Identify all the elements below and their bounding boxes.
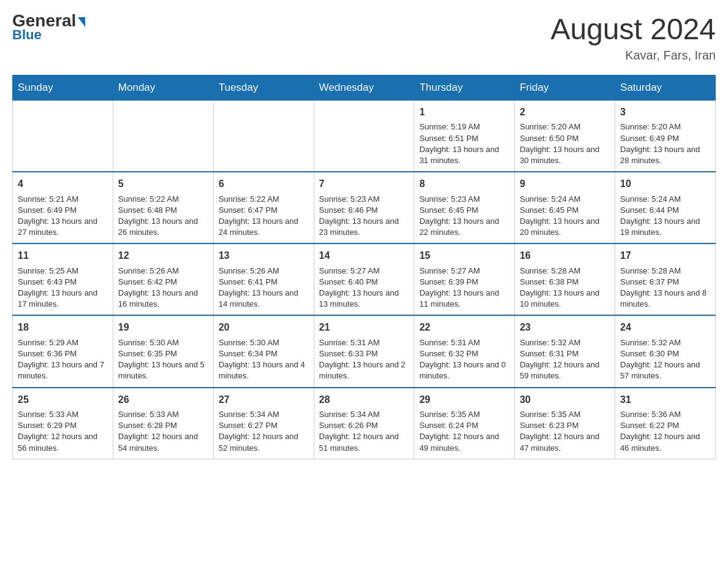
day-number: 28 xyxy=(319,393,409,407)
calendar-empty-cell xyxy=(314,101,414,172)
calendar-day-31: 31Sunrise: 5:36 AM Sunset: 6:22 PM Dayli… xyxy=(615,388,716,459)
day-number: 7 xyxy=(319,177,409,191)
day-number: 12 xyxy=(118,249,208,262)
day-info: Sunrise: 5:25 AM Sunset: 6:43 PM Dayligh… xyxy=(18,266,108,310)
day-info: Sunrise: 5:20 AM Sunset: 6:49 PM Dayligh… xyxy=(620,121,710,166)
calendar-day-12: 12Sunrise: 5:26 AM Sunset: 6:42 PM Dayli… xyxy=(113,243,213,315)
day-info: Sunrise: 5:19 AM Sunset: 6:51 PM Dayligh… xyxy=(419,121,509,166)
day-info: Sunrise: 5:30 AM Sunset: 6:34 PM Dayligh… xyxy=(219,337,309,382)
day-number: 4 xyxy=(18,177,108,191)
day-info: Sunrise: 5:23 AM Sunset: 6:45 PM Dayligh… xyxy=(419,194,509,239)
day-number: 2 xyxy=(520,105,610,119)
day-info: Sunrise: 5:28 AM Sunset: 6:37 PM Dayligh… xyxy=(620,266,710,310)
page-header: General Blue August 2024 Kavar, Fars, Ir… xyxy=(12,12,716,63)
day-info: Sunrise: 5:27 AM Sunset: 6:40 PM Dayligh… xyxy=(319,266,409,310)
weekday-header-thursday: Thursday xyxy=(414,75,515,101)
day-number: 31 xyxy=(620,393,710,407)
day-number: 24 xyxy=(620,321,710,334)
calendar-week-row: 4Sunrise: 5:21 AM Sunset: 6:49 PM Daylig… xyxy=(13,172,716,243)
calendar-day-25: 25Sunrise: 5:33 AM Sunset: 6:29 PM Dayli… xyxy=(13,388,113,459)
day-info: Sunrise: 5:29 AM Sunset: 6:36 PM Dayligh… xyxy=(18,337,108,382)
calendar-day-18: 18Sunrise: 5:29 AM Sunset: 6:36 PM Dayli… xyxy=(13,315,113,387)
day-info: Sunrise: 5:26 AM Sunset: 6:41 PM Dayligh… xyxy=(219,266,309,310)
calendar-empty-cell xyxy=(113,101,213,172)
weekday-header-wednesday: Wednesday xyxy=(314,75,414,101)
calendar-empty-cell xyxy=(213,101,314,172)
day-info: Sunrise: 5:27 AM Sunset: 6:39 PM Dayligh… xyxy=(419,266,509,310)
calendar-day-1: 1Sunrise: 5:19 AM Sunset: 6:51 PM Daylig… xyxy=(414,101,515,172)
calendar-day-28: 28Sunrise: 5:34 AM Sunset: 6:26 PM Dayli… xyxy=(314,388,414,459)
day-number: 23 xyxy=(520,321,610,334)
calendar-day-3: 3Sunrise: 5:20 AM Sunset: 6:49 PM Daylig… xyxy=(615,101,716,172)
day-number: 15 xyxy=(419,249,509,262)
calendar-week-row: 11Sunrise: 5:25 AM Sunset: 6:43 PM Dayli… xyxy=(13,243,716,315)
day-info: Sunrise: 5:35 AM Sunset: 6:24 PM Dayligh… xyxy=(419,409,509,454)
day-number: 6 xyxy=(219,177,309,191)
day-info: Sunrise: 5:34 AM Sunset: 6:26 PM Dayligh… xyxy=(319,409,409,454)
calendar-day-15: 15Sunrise: 5:27 AM Sunset: 6:39 PM Dayli… xyxy=(414,243,515,315)
calendar-day-13: 13Sunrise: 5:26 AM Sunset: 6:41 PM Dayli… xyxy=(213,243,314,315)
logo-blue: Blue xyxy=(12,27,85,43)
day-number: 10 xyxy=(620,177,710,191)
calendar-day-8: 8Sunrise: 5:23 AM Sunset: 6:45 PM Daylig… xyxy=(414,172,515,243)
weekday-header-saturday: Saturday xyxy=(615,75,716,101)
weekday-header-monday: Monday xyxy=(113,75,213,101)
day-number: 27 xyxy=(219,393,309,407)
calendar-day-22: 22Sunrise: 5:31 AM Sunset: 6:32 PM Dayli… xyxy=(414,315,515,387)
weekday-header-sunday: Sunday xyxy=(13,75,113,101)
weekday-header-friday: Friday xyxy=(515,75,615,101)
day-info: Sunrise: 5:21 AM Sunset: 6:49 PM Dayligh… xyxy=(18,194,108,239)
calendar-day-10: 10Sunrise: 5:24 AM Sunset: 6:44 PM Dayli… xyxy=(615,172,716,243)
calendar-day-16: 16Sunrise: 5:28 AM Sunset: 6:38 PM Dayli… xyxy=(515,243,615,315)
day-info: Sunrise: 5:35 AM Sunset: 6:23 PM Dayligh… xyxy=(520,409,610,454)
calendar-day-21: 21Sunrise: 5:31 AM Sunset: 6:33 PM Dayli… xyxy=(314,315,414,387)
calendar-day-7: 7Sunrise: 5:23 AM Sunset: 6:46 PM Daylig… xyxy=(314,172,414,243)
calendar-header-row: SundayMondayTuesdayWednesdayThursdayFrid… xyxy=(13,75,716,101)
day-info: Sunrise: 5:31 AM Sunset: 6:32 PM Dayligh… xyxy=(419,337,509,382)
day-number: 13 xyxy=(219,249,309,262)
day-info: Sunrise: 5:22 AM Sunset: 6:47 PM Dayligh… xyxy=(219,194,309,239)
day-info: Sunrise: 5:23 AM Sunset: 6:46 PM Dayligh… xyxy=(319,194,409,239)
calendar-day-29: 29Sunrise: 5:35 AM Sunset: 6:24 PM Dayli… xyxy=(414,388,515,459)
day-info: Sunrise: 5:33 AM Sunset: 6:28 PM Dayligh… xyxy=(118,409,208,454)
day-number: 26 xyxy=(118,393,208,407)
day-info: Sunrise: 5:33 AM Sunset: 6:29 PM Dayligh… xyxy=(18,409,108,454)
day-info: Sunrise: 5:28 AM Sunset: 6:38 PM Dayligh… xyxy=(520,266,610,310)
calendar-week-row: 1Sunrise: 5:19 AM Sunset: 6:51 PM Daylig… xyxy=(13,101,716,172)
day-number: 18 xyxy=(18,321,108,334)
title-section: August 2024 Kavar, Fars, Iran xyxy=(550,12,716,63)
logo-triangle-icon xyxy=(78,17,85,27)
calendar-day-24: 24Sunrise: 5:32 AM Sunset: 6:30 PM Dayli… xyxy=(615,315,716,387)
day-info: Sunrise: 5:32 AM Sunset: 6:30 PM Dayligh… xyxy=(620,337,710,382)
day-number: 22 xyxy=(419,321,509,334)
day-number: 5 xyxy=(118,177,208,191)
calendar-day-14: 14Sunrise: 5:27 AM Sunset: 6:40 PM Dayli… xyxy=(314,243,414,315)
calendar-day-23: 23Sunrise: 5:32 AM Sunset: 6:31 PM Dayli… xyxy=(515,315,615,387)
day-number: 25 xyxy=(18,393,108,407)
day-info: Sunrise: 5:30 AM Sunset: 6:35 PM Dayligh… xyxy=(118,337,208,382)
day-info: Sunrise: 5:34 AM Sunset: 6:27 PM Dayligh… xyxy=(219,409,309,454)
calendar-table: SundayMondayTuesdayWednesdayThursdayFrid… xyxy=(12,75,716,459)
calendar-day-11: 11Sunrise: 5:25 AM Sunset: 6:43 PM Dayli… xyxy=(13,243,113,315)
day-number: 30 xyxy=(520,393,610,407)
day-info: Sunrise: 5:20 AM Sunset: 6:50 PM Dayligh… xyxy=(520,121,610,166)
day-number: 20 xyxy=(219,321,309,334)
calendar-day-20: 20Sunrise: 5:30 AM Sunset: 6:34 PM Dayli… xyxy=(213,315,314,387)
calendar-day-17: 17Sunrise: 5:28 AM Sunset: 6:37 PM Dayli… xyxy=(615,243,716,315)
day-number: 11 xyxy=(18,249,108,262)
day-number: 16 xyxy=(520,249,610,262)
weekday-header-tuesday: Tuesday xyxy=(213,75,314,101)
day-number: 8 xyxy=(419,177,509,191)
day-number: 17 xyxy=(620,249,710,262)
calendar-empty-cell xyxy=(13,101,113,172)
calendar-day-2: 2Sunrise: 5:20 AM Sunset: 6:50 PM Daylig… xyxy=(515,101,615,172)
calendar-day-4: 4Sunrise: 5:21 AM Sunset: 6:49 PM Daylig… xyxy=(13,172,113,243)
day-info: Sunrise: 5:22 AM Sunset: 6:48 PM Dayligh… xyxy=(118,194,208,239)
location: Kavar, Fars, Iran xyxy=(550,48,716,63)
day-info: Sunrise: 5:31 AM Sunset: 6:33 PM Dayligh… xyxy=(319,337,409,382)
day-info: Sunrise: 5:32 AM Sunset: 6:31 PM Dayligh… xyxy=(520,337,610,382)
day-number: 9 xyxy=(520,177,610,191)
calendar-day-6: 6Sunrise: 5:22 AM Sunset: 6:47 PM Daylig… xyxy=(213,172,314,243)
calendar-day-27: 27Sunrise: 5:34 AM Sunset: 6:27 PM Dayli… xyxy=(213,388,314,459)
day-number: 1 xyxy=(419,105,509,119)
